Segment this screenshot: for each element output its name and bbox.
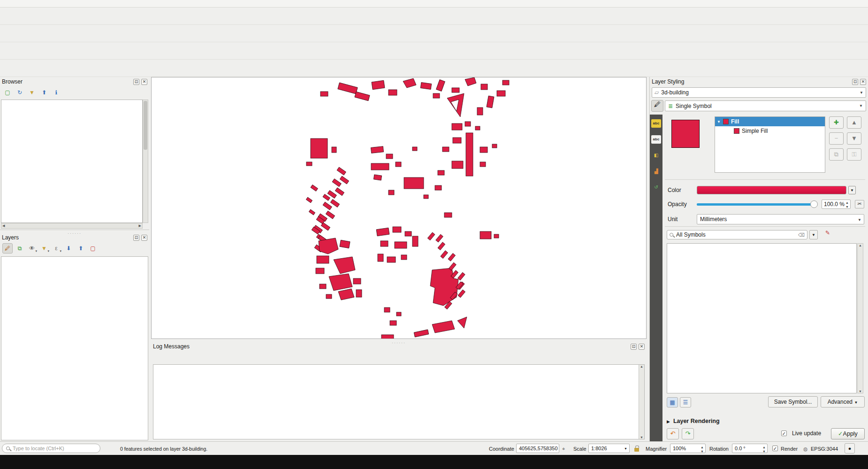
render-checkbox[interactable]: ✓ [772,446,778,451]
refresh-icon[interactable]: ↻ [15,87,25,98]
opacity-slider[interactable] [697,203,814,206]
list-view-toggle[interactable]: ☰ [680,397,691,407]
symbol-filter-dropdown[interactable]: ▼ [809,230,818,239]
live-update-checkbox[interactable]: ✓ Live update [781,430,821,437]
remove-symbol-layer-button[interactable]: − [829,132,844,145]
filter-by-expression-icon[interactable]: ε▾ [51,243,61,254]
rotation-label: Rotation [709,446,729,452]
filter-browser-icon[interactable]: ▼ [27,87,37,98]
undo-style-button[interactable]: ↶ [667,428,679,439]
apply-button[interactable]: ✓Apply [831,428,865,439]
scale-combo[interactable]: 1:8026▼ [588,444,630,453]
expand-all-icon[interactable]: ⬇ [63,243,74,254]
magnifier-spinbox[interactable]: 100%▲▼ [670,444,706,453]
panel-splitter[interactable]: ······ [68,231,82,236]
color-dropdown-button[interactable]: ▼ [848,186,856,194]
simple-fill-swatch [734,128,739,134]
opacity-slider-handle[interactable] [810,200,818,208]
close-panel-icon[interactable]: ✕ [639,344,645,350]
remove-layer-icon[interactable]: ▢ [88,243,98,254]
unit-combo[interactable]: Millimeters▼ [697,214,864,224]
add-group-icon[interactable]: ⧉ [15,243,25,254]
crs-indicator[interactable]: EPSG:3044 [811,446,838,452]
browser-vertical-scrollbar[interactable] [143,100,148,223]
scale-label: Scale [573,446,586,452]
clear-search-icon[interactable]: ⌫ [798,232,805,238]
log-scrollbar[interactable]: ▲▼ [639,365,644,439]
renderer-name: Single Symbol [676,103,712,109]
search-icon [6,446,10,450]
data-defined-override-button[interactable]: ⫘ [855,200,864,208]
open-layer-styling-icon[interactable]: 🖉 [2,243,13,254]
add-symbol-layer-button[interactable]: ✚ [829,116,844,129]
symbol-grid [667,243,857,393]
browser-toolbar: ▢ ↻ ▼ ⬆ ℹ [0,86,149,99]
toolbar-row-4 [0,60,868,77]
diagrams-tab-icon[interactable]: ▟ [651,167,661,176]
advanced-button[interactable]: Advanced ▼ [821,396,865,407]
scroll-down-icon[interactable]: ▼ [859,390,862,393]
icon-view-toggle[interactable]: ▦ [667,397,678,407]
locator-input[interactable]: Type to locate (Ctrl+K) [2,444,100,453]
style-manager-icon[interactable]: ✎ [822,230,833,240]
status-bar: Type to locate (Ctrl+K) 0 features selec… [0,441,868,455]
render-label: Render [781,446,798,452]
manage-map-themes-icon[interactable]: 👁▾ [27,243,37,254]
extents-toggle-icon[interactable]: ⌖ [562,446,565,452]
filter-legend-icon[interactable]: ▼▾ [39,243,49,254]
lock-scale-icon[interactable] [634,448,639,452]
symbol-tree-row-fill[interactable]: ▼ Fill [715,117,825,126]
qgis-window: Browser ⊡ ✕ ▢ ↻ ▼ ⬆ ℹ ◀▶ ······ Layers ⊡… [0,0,868,469]
opacity-spinbox[interactable]: 100.0 % ▲▼ [822,200,851,209]
duplicate-symbol-layer-button[interactable]: ⧉ [829,148,844,161]
scroll-up-icon[interactable]: ▲ [859,244,862,247]
add-favorite-icon[interactable]: ▢ [2,87,13,98]
symbol-tree-row-simple-fill[interactable]: Simple Fill [715,126,825,136]
spin-up-icon[interactable]: ▲▼ [845,200,849,209]
symbology-tab-icon[interactable]: 🖉 [651,100,663,112]
layer-rendering-section[interactable]: ▶ Layer Rendering [667,418,720,424]
log-panel-title: Log Messages [153,343,190,350]
3d-view-tab-icon[interactable]: ◧ [651,151,661,160]
coordinate-input[interactable]: 405625,5758350 [516,444,559,453]
panel-splitter[interactable]: ······ [392,340,406,345]
messages-button[interactable]: ● [845,443,855,454]
collapse-all-icon[interactable]: ⬆ [76,243,86,254]
search-icon [670,233,673,237]
close-panel-icon[interactable]: ✕ [141,79,147,85]
symbol-grid-scrollbar[interactable]: ▲▼ [857,243,863,393]
save-symbol-button[interactable]: Save Symbol... [768,396,818,407]
labels-tab-icon[interactable]: abc [651,119,661,128]
taskbar [0,455,868,469]
close-panel-icon[interactable]: ✕ [860,79,866,85]
chevron-down-icon: ▼ [624,447,627,450]
move-down-button[interactable]: ▼ [847,132,861,145]
symbol-search-input[interactable]: All Symbols ⌫ [667,230,807,239]
scroll-down-icon[interactable]: ▼ [640,436,643,439]
callouts-tab-icon[interactable]: abc [651,135,661,144]
layers-panel: ······ Layers ⊡ ✕ 🖉 ⧉ 👁▾ ▼▾ ε▾ ⬇ ⬆ ▢ [0,233,149,441]
float-panel-icon[interactable]: ⊡ [133,235,139,241]
close-panel-icon[interactable]: ✕ [141,235,147,241]
styling-layer-name: 3d-building [661,89,689,96]
layer-styling-panel: Layer Styling ⊡ ✕ ▱ 3d-building ▼ 🖉 ≣ Si… [649,77,868,441]
chevron-down-icon: ▼ [717,120,721,124]
float-panel-icon[interactable]: ⊡ [852,79,858,85]
browser-horizontal-scrollbar[interactable]: ◀▶ [1,223,143,229]
scroll-up-icon[interactable]: ▲ [640,365,643,368]
properties-icon[interactable]: ℹ [51,87,61,98]
scroll-left-icon[interactable]: ◀ [2,224,5,228]
renderer-selector[interactable]: ≣ Single Symbol ▼ [665,100,866,111]
history-tab-icon[interactable]: ↺ [651,183,661,192]
lock-colors-button[interactable]: ⚿ [847,148,861,161]
float-panel-icon[interactable]: ⊡ [631,344,637,350]
styling-layer-selector[interactable]: ▱ 3d-building ▼ [652,87,866,98]
float-panel-icon[interactable]: ⊡ [133,79,139,85]
color-swatch-button[interactable] [697,186,846,194]
collapse-all-icon[interactable]: ⬆ [39,87,49,98]
rotation-spinbox[interactable]: 0.0 °▲▼ [732,444,768,453]
move-up-button[interactable]: ▲ [847,116,861,129]
scroll-right-icon[interactable]: ▶ [139,224,141,228]
redo-style-button[interactable]: ↷ [682,428,694,439]
map-canvas[interactable] [151,77,647,339]
